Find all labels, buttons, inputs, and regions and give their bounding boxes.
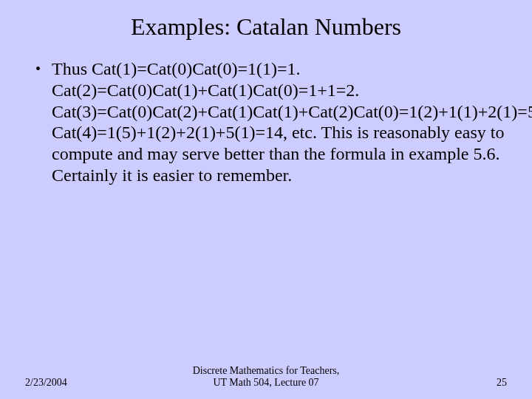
footer: 2/23/2004 Discrete Mathematics for Teach… xyxy=(0,365,532,389)
bullet-list: Thus Cat(1)=Cat(0)Cat(0)=1(1)=1. Cat(2)=… xyxy=(35,58,505,186)
footer-center-line1: Discrete Mathematics for Teachers, xyxy=(193,365,340,376)
list-item: Thus Cat(1)=Cat(0)Cat(0)=1(1)=1. Cat(2)=… xyxy=(35,58,505,186)
footer-page: 25 xyxy=(418,377,507,389)
footer-center: Discrete Mathematics for Teachers, UT Ma… xyxy=(114,365,418,389)
footer-date: 2/23/2004 xyxy=(25,377,114,389)
list-item-text: Thus Cat(1)=Cat(0)Cat(0)=1(1)=1. Cat(2)=… xyxy=(52,59,532,185)
slide: Examples: Catalan Numbers Thus Cat(1)=Ca… xyxy=(0,0,532,399)
page-title: Examples: Catalan Numbers xyxy=(27,13,505,41)
footer-center-line2: UT Math 504, Lecture 07 xyxy=(213,377,318,388)
